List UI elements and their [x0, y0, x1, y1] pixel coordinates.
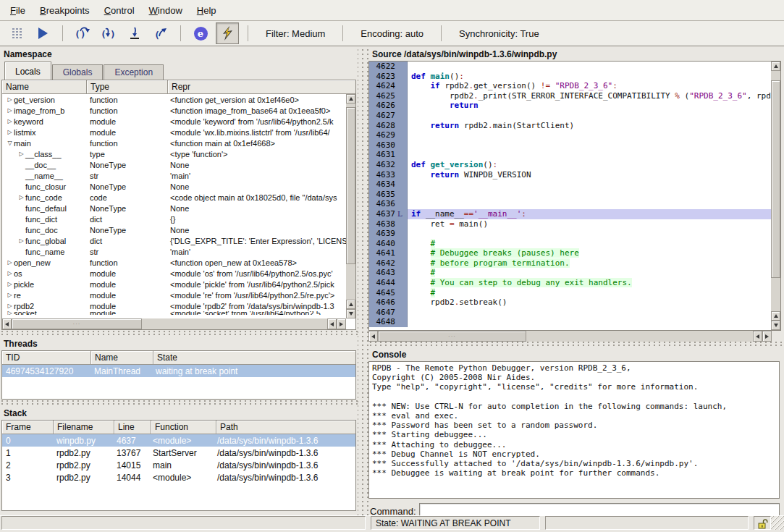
- go-button[interactable]: [32, 23, 54, 43]
- column-header-path[interactable]: Path: [216, 421, 355, 434]
- collapsed-expander-icon[interactable]: ▷: [17, 151, 25, 157]
- collapsed-expander-icon[interactable]: ▷: [6, 303, 14, 309]
- goto-button[interactable]: [124, 23, 146, 43]
- line-number[interactable]: 4627: [369, 111, 397, 121]
- scrollbar-thumb[interactable]: [771, 80, 780, 277]
- threads-splitter[interactable]: [0, 330, 358, 336]
- line-number[interactable]: 4625: [369, 91, 397, 101]
- scroll-left-button[interactable]: [368, 331, 378, 342]
- main-splitter[interactable]: [358, 46, 368, 515]
- namespace-row[interactable]: ▷open_newfunction<function open_new at 0…: [2, 257, 346, 268]
- namespace-row[interactable]: func_docNoneTypeNone: [2, 224, 346, 235]
- resize-grip[interactable]: [771, 516, 784, 530]
- collapsed-expander-icon[interactable]: ▷: [6, 259, 14, 266]
- collapsed-expander-icon[interactable]: ▷: [6, 107, 14, 114]
- return-button[interactable]: (: [150, 23, 172, 43]
- stack-frame-row[interactable]: 1rpdb2.py13767StartServer/data/sys/bin/w…: [2, 447, 355, 459]
- tab-exception[interactable]: Exception: [104, 64, 164, 80]
- line-number[interactable]: 4628: [369, 121, 397, 131]
- thread-row[interactable]: 46974534127920MainThreadwaiting at break…: [2, 365, 355, 377]
- namespace-row[interactable]: ▷listmixmodule<module 'wx.lib.mixins.lis…: [2, 127, 346, 138]
- scrollbar-thumb[interactable]: ···: [378, 331, 526, 342]
- line-number[interactable]: 4629: [369, 130, 397, 140]
- scroll-left-button[interactable]: [2, 318, 12, 329]
- line-number[interactable]: 4623: [369, 72, 397, 82]
- stack-frame-row[interactable]: 3rpdb2.py14044<module>/data/sys/bin/winp…: [2, 471, 355, 484]
- line-number[interactable]: 4639: [369, 229, 397, 239]
- namespace-row[interactable]: ▷func_codecode<code object main at 0x180…: [2, 192, 346, 203]
- namespace-vscrollbar[interactable]: [346, 94, 355, 318]
- collapsed-expander-icon[interactable]: ▷: [6, 129, 14, 135]
- line-number[interactable]: 4646: [369, 297, 397, 308]
- line-number[interactable]: 4645: [369, 288, 397, 298]
- line-number[interactable]: 4634: [369, 180, 397, 190]
- break-button[interactable]: [6, 23, 28, 43]
- namespace-row[interactable]: ▷image_from_bfunction<function image_fro…: [2, 105, 346, 116]
- line-number[interactable]: 4642: [369, 258, 397, 269]
- column-header-repr[interactable]: Repr: [168, 80, 355, 94]
- namespace-row[interactable]: func_dictdict{}: [2, 214, 346, 224]
- collapsed-expander-icon[interactable]: ▷: [17, 194, 25, 200]
- namespace-row[interactable]: func_namestr'main': [2, 246, 346, 257]
- expanded-expander-icon[interactable]: ▽: [6, 140, 14, 146]
- step-over-button[interactable]: (): [72, 23, 93, 43]
- namespace-row[interactable]: ▷socketmodule<module 'socket' from '/usr…: [2, 311, 346, 315]
- encoding-button[interactable]: e: [190, 23, 211, 43]
- column-header-filename[interactable]: Filename: [54, 421, 114, 434]
- tab-globals[interactable]: Globals: [52, 64, 104, 80]
- collapsed-expander-icon[interactable]: ▷: [6, 292, 14, 298]
- line-number[interactable]: 4631: [369, 150, 397, 160]
- line-number[interactable]: 4644: [369, 278, 397, 288]
- scroll-right-button[interactable]: [762, 331, 772, 342]
- menu-breakpoints[interactable]: Breakpoints: [33, 1, 97, 20]
- collapsed-expander-icon[interactable]: ▷: [6, 281, 14, 287]
- scroll-right-button[interactable]: [337, 318, 346, 329]
- step-into-button[interactable]: ( ): [98, 23, 119, 43]
- line-number[interactable]: 4622: [369, 62, 397, 72]
- line-number[interactable]: 4632: [369, 160, 397, 170]
- line-number[interactable]: 4643: [369, 268, 397, 278]
- line-number[interactable]: 4638: [369, 219, 397, 229]
- namespace-row[interactable]: ▷keywordmodule<module 'keyword' from '/u…: [2, 116, 346, 127]
- scroll-down-button[interactable]: [771, 321, 780, 330]
- namespace-row[interactable]: ▷get_versionfunction<function get_versio…: [2, 94, 346, 105]
- line-number[interactable]: 4633: [369, 170, 397, 180]
- column-header-type[interactable]: Type: [87, 80, 168, 94]
- line-number[interactable]: 4636: [369, 199, 397, 209]
- scrollbar-thumb[interactable]: ···: [12, 318, 142, 329]
- namespace-row[interactable]: ▷func_globaldict{'DLG_EXPR_TITLE': 'Ente…: [2, 235, 346, 246]
- line-number[interactable]: 4626: [369, 101, 397, 111]
- column-header-state[interactable]: State: [153, 351, 355, 365]
- namespace-hscrollbar[interactable]: ···: [2, 318, 346, 329]
- namespace-row[interactable]: ▷picklemodule<module 'pickle' from '/usr…: [2, 279, 346, 290]
- scroll-up-button[interactable]: [346, 300, 355, 309]
- scrollbar-thumb[interactable]: [346, 107, 355, 264]
- column-header-name[interactable]: Name: [2, 80, 87, 94]
- scroll-left-button[interactable]: [753, 331, 762, 342]
- namespace-row[interactable]: func_defaulNoneTypeNone: [2, 203, 346, 214]
- line-number[interactable]: 4637: [369, 209, 397, 219]
- menu-window[interactable]: Window: [142, 1, 190, 20]
- column-header-function[interactable]: Function: [151, 421, 216, 434]
- stack-frame-row[interactable]: 0winpdb.py4637<module>/data/sys/bin/winp…: [2, 434, 355, 447]
- scroll-up-button[interactable]: [346, 94, 355, 104]
- scroll-up-button[interactable]: [771, 62, 780, 71]
- scroll-up-button[interactable]: [771, 311, 780, 321]
- namespace-row[interactable]: ▷rpdb2module<module 'rpdb2' from '/data/…: [2, 300, 346, 311]
- namespace-row[interactable]: __doc__NoneTypeNone: [2, 159, 346, 170]
- collapsed-expander-icon[interactable]: ▷: [6, 311, 14, 315]
- line-number[interactable]: 4624: [369, 81, 397, 91]
- line-number[interactable]: 4640: [369, 239, 397, 249]
- line-number[interactable]: 4630: [369, 140, 397, 151]
- column-header-name[interactable]: Name: [91, 351, 153, 365]
- source-hscrollbar[interactable]: ···: [368, 331, 781, 342]
- menu-control[interactable]: Control: [97, 1, 142, 20]
- namespace-row[interactable]: ▷__class__type<type 'function'>: [2, 148, 346, 159]
- collapsed-expander-icon[interactable]: ▷: [6, 118, 14, 124]
- tab-locals[interactable]: Locals: [4, 62, 51, 80]
- line-number[interactable]: 4647: [369, 308, 397, 318]
- collapsed-expander-icon[interactable]: ▷: [6, 96, 14, 103]
- line-number[interactable]: 4641: [369, 248, 397, 258]
- namespace-row[interactable]: ▷osmodule<module 'os' from '/usr/lib64/p…: [2, 268, 346, 279]
- line-number[interactable]: 4648: [369, 317, 397, 327]
